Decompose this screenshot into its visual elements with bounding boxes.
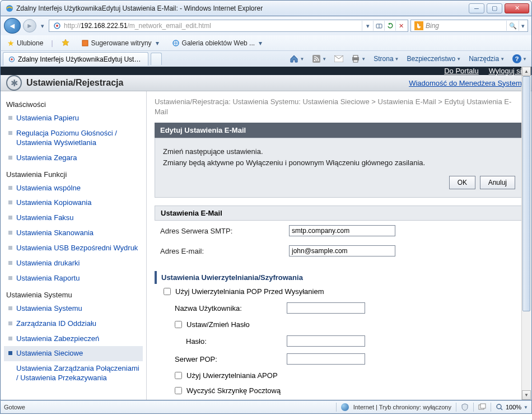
sidebar-item-usb-print[interactable]: Ustawienia USB Bezpośredni Wydruk: [4, 241, 143, 256]
sidebar-group-properties: Właściwości: [6, 100, 143, 109]
help-button[interactable]: ?▼: [510, 53, 529, 64]
password-label: Hasło:: [186, 337, 287, 346]
minimize-button[interactable]: ─: [469, 3, 484, 13]
row-pop-before: Użyj Uwierzytelniania POP Przed Wysyłani…: [155, 284, 524, 299]
sidebar: Właściwości Ustawienia Papieru Regulacja…: [1, 91, 147, 400]
popserver-input[interactable]: [287, 353, 365, 365]
add-favorite-button[interactable]: [58, 38, 73, 49]
page-header: ✱ Ustawienia/Rejestracja Wiadomość do Me…: [1, 75, 531, 91]
setpass-checkbox[interactable]: [175, 321, 182, 328]
dropdown-icon: ▾: [154, 39, 161, 47]
gallery-label: Galeria obiektów Web ...: [182, 39, 255, 47]
ok-button[interactable]: OK: [449, 176, 475, 189]
help-icon: ?: [512, 54, 521, 63]
sidebar-item-common[interactable]: Ustawienia wspólne: [4, 181, 143, 196]
tools-menu[interactable]: Narzędzia▼: [466, 54, 507, 64]
sidebar-group-functions: Ustawienia Funkcji: [6, 170, 143, 179]
apop-label: Użyj Uwierzytelniania APOP: [186, 371, 278, 380]
sidebar-item-report[interactable]: Ustawienia Raportu: [4, 271, 143, 286]
apop-checkbox[interactable]: [175, 372, 182, 379]
username-input[interactable]: [287, 302, 365, 314]
sidebar-item-fax[interactable]: Ustawienia Faksu: [4, 211, 143, 226]
row-apop: Użyj Uwierzytelniania APOP: [155, 368, 524, 383]
svg-point-18: [497, 404, 501, 409]
globe-icon: [341, 403, 349, 411]
suggested-sites-link[interactable]: Sugerowane witryny ▾: [78, 38, 164, 48]
browser-tab[interactable]: Zdalny Interfejs UżytkownikaEdytuj Ustaw…: [3, 52, 148, 66]
username-label: Nazwa Użytkownika:: [175, 304, 287, 312]
svg-point-11: [314, 60, 316, 62]
home-button[interactable]: ▼: [287, 53, 306, 64]
sidebar-item-security[interactable]: Ustawienia Zabezpieczeń: [4, 332, 143, 347]
dropdown-icon: ▾: [257, 39, 264, 47]
search-button[interactable]: 🔍: [506, 21, 519, 31]
search-dropdown[interactable]: ▾: [519, 21, 526, 31]
popup-blocker-icon[interactable]: [478, 403, 486, 411]
sidebar-item-scan[interactable]: Ustawienia Skanowania: [4, 226, 143, 241]
vertical-scrollbar[interactable]: ▲ ▼: [521, 67, 531, 400]
address-bar[interactable]: http://192.168.222.51/m_network_email_ed…: [49, 20, 408, 32]
web-gallery-link[interactable]: Galeria obiektów Web ... ▾: [169, 38, 268, 48]
scroll-up-button[interactable]: ▲: [522, 67, 531, 76]
section-email: Ustawienia E-Mail: [155, 206, 524, 221]
sidebar-item-paper[interactable]: Ustawienia Papieru: [4, 111, 143, 126]
address-dropdown[interactable]: ▾: [362, 21, 373, 31]
maximize-button[interactable]: ▢: [487, 3, 502, 13]
zoom-value: 100%: [506, 404, 521, 410]
system-manager-link[interactable]: Wiadomość do Menedżera Systemu: [409, 79, 526, 87]
chevron-down-icon: ▼: [361, 57, 366, 62]
svg-rect-17: [480, 404, 486, 408]
content-viewport: Do Portalu Wyloguj się ✱ Ustawienia/Reje…: [0, 67, 532, 400]
bing-icon: [414, 21, 423, 30]
safety-menu[interactable]: Bezpieczeństwo▼: [404, 54, 463, 64]
popserver-label: Serwer POP:: [175, 355, 287, 363]
row-password: Hasło:: [155, 332, 524, 350]
back-button[interactable]: ◄: [4, 18, 21, 34]
zoom-control[interactable]: 100% ▼: [496, 403, 528, 411]
sidebar-item-call-forward[interactable]: Ustawienia Zarządzania Połączeniami / Us…: [4, 361, 143, 386]
logout-link[interactable]: Wyloguj się: [489, 67, 526, 75]
breadcrumb-part: Ustawienia E-Mail: [378, 97, 436, 106]
stop-button[interactable]: ✕: [395, 21, 407, 31]
clearbox-checkbox[interactable]: [175, 387, 182, 394]
sidebar-item-dept-id[interactable]: Zarządzania ID Oddziału: [4, 316, 143, 332]
home-icon: [290, 54, 298, 63]
info-line: Zmiany będą aktywne po Wyłączeniu i pono…: [163, 157, 515, 169]
email-input[interactable]: [289, 245, 395, 256]
pop-before-checkbox[interactable]: [164, 288, 171, 295]
chevron-down-icon: ▼: [522, 57, 527, 62]
password-input[interactable]: [287, 335, 365, 347]
nav-bar: ◄ ► ▾ http://192.168.222.51/m_network_em…: [0, 16, 532, 35]
chevron-down-icon: ▼: [500, 57, 505, 62]
close-button[interactable]: ✕: [505, 3, 529, 13]
page-menu[interactable]: Strona▼: [371, 54, 401, 64]
svg-rect-6: [82, 40, 88, 46]
new-tab-button[interactable]: [151, 53, 162, 65]
search-box[interactable]: Bing 🔍 ▾: [410, 20, 528, 32]
zoom-icon: [496, 403, 503, 411]
print-icon: [351, 54, 360, 63]
sidebar-item-copy[interactable]: Ustawienia Kopiowania: [4, 195, 143, 211]
window-title: Zdalny Interfejs UżytkownikaEdytuj Ustaw…: [16, 4, 469, 12]
sidebar-item-volume-display[interactable]: Regulacja Poziomu Głośności / Ustawienia…: [4, 126, 143, 151]
print-button[interactable]: ▼: [349, 53, 368, 64]
sidebar-item-network[interactable]: Ustawienia Sieciowe: [4, 346, 143, 361]
separator: |: [51, 39, 53, 47]
scroll-thumb[interactable]: [522, 76, 530, 311]
sidebar-item-printer[interactable]: Ustawienia drukarki: [4, 256, 143, 271]
forward-button[interactable]: ►: [23, 19, 36, 32]
smtp-input[interactable]: [289, 225, 395, 236]
cancel-button[interactable]: Anuluj: [480, 176, 515, 189]
readmail-button[interactable]: [332, 53, 346, 64]
refresh-button[interactable]: [384, 21, 395, 31]
portal-link[interactable]: Do Portalu: [444, 67, 478, 75]
compat-view-button[interactable]: [373, 21, 384, 31]
sidebar-item-clock[interactable]: Ustawienia Zegara: [4, 151, 143, 166]
feeds-button[interactable]: ▼: [310, 53, 329, 64]
sidebar-item-system[interactable]: Ustawienia Systemu: [4, 301, 143, 316]
nav-history-dropdown[interactable]: ▾: [39, 19, 46, 32]
favorites-button[interactable]: ★Ulubione: [4, 38, 46, 49]
smtp-label: Adres Serwera SMTP:: [160, 227, 289, 235]
scroll-down-button[interactable]: ▼: [522, 390, 531, 400]
gear-icon: ✱: [6, 75, 22, 91]
